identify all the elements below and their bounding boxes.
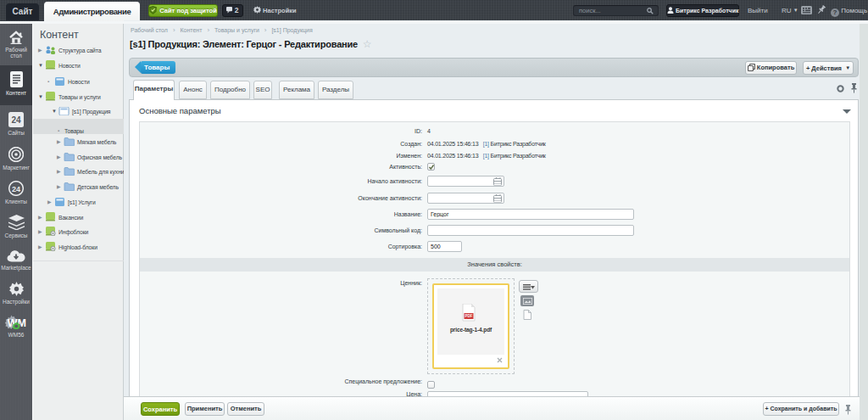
svg-text:24: 24: [11, 115, 21, 125]
svg-text:PDF: PDF: [465, 314, 473, 318]
svg-text:24: 24: [12, 185, 20, 193]
